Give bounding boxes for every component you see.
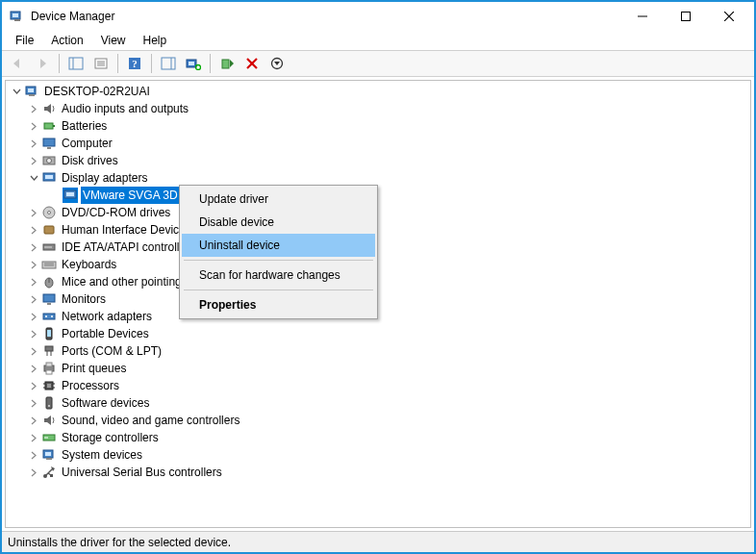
svg-marker-23 (230, 60, 234, 67)
port-icon (41, 343, 57, 359)
disk-icon (41, 153, 57, 168)
network-icon (41, 309, 57, 324)
chevron-right-icon[interactable] (27, 258, 40, 271)
disable-device-button[interactable] (265, 53, 289, 74)
chevron-right-icon[interactable] (27, 414, 40, 427)
tree-label: Batteries (60, 117, 109, 135)
chevron-down-icon[interactable] (27, 171, 40, 185)
update-driver-button[interactable] (215, 53, 239, 74)
tree-dvd[interactable]: DVD/CD-ROM drives (6, 204, 750, 221)
tree-print[interactable]: Print queues (6, 360, 750, 377)
menu-help[interactable]: Help (136, 32, 175, 49)
svg-marker-76 (44, 416, 51, 425)
chevron-right-icon[interactable] (27, 102, 40, 115)
svg-rect-74 (46, 397, 52, 409)
tree-network[interactable]: Network adapters (6, 308, 750, 325)
chevron-right-icon[interactable] (27, 327, 40, 340)
svg-rect-87 (50, 474, 53, 477)
tree-storage[interactable]: Storage controllers (6, 429, 750, 446)
twisty-none (48, 189, 62, 202)
chevron-right-icon[interactable] (27, 137, 40, 150)
tree-label: Sound, video and game controllers (60, 412, 241, 429)
scan-hardware-button[interactable] (182, 53, 205, 74)
tree-label: IDE ATA/ATAPI controllers (60, 239, 197, 256)
svg-marker-7 (13, 59, 19, 68)
chevron-right-icon[interactable] (27, 223, 40, 237)
tree-mice[interactable]: Mice and other pointing devices (6, 273, 750, 290)
minimize-button[interactable] (620, 3, 664, 30)
tree-software[interactable]: Software devices (6, 394, 750, 412)
tree-processors[interactable]: Processors (6, 377, 750, 394)
chevron-right-icon[interactable] (27, 154, 40, 167)
tree-computer[interactable]: Computer (6, 135, 750, 152)
ctx-uninstall-device[interactable]: Uninstall device (182, 234, 375, 257)
ctx-separator (184, 260, 373, 261)
tree-hid[interactable]: Human Interface Devices (6, 221, 750, 239)
svg-rect-61 (47, 330, 51, 337)
status-text: Uninstalls the driver for the selected d… (8, 536, 231, 549)
back-button (6, 53, 29, 74)
tree-ports[interactable]: Ports (COM & LPT) (6, 342, 750, 360)
chevron-right-icon[interactable] (27, 431, 40, 444)
chevron-right-icon[interactable] (27, 206, 40, 219)
ctx-update-driver[interactable]: Update driver (182, 188, 375, 211)
tree-display-adapters[interactable]: Display adapters (6, 169, 750, 187)
ctx-properties[interactable]: Properties (182, 293, 375, 316)
ctx-scan-hardware[interactable]: Scan for hardware changes (182, 264, 375, 287)
chevron-right-icon[interactable] (27, 379, 40, 392)
svg-point-59 (51, 315, 53, 317)
tree-batteries[interactable]: Batteries (6, 117, 750, 135)
chevron-right-icon[interactable] (27, 344, 40, 358)
chevron-right-icon[interactable] (27, 396, 40, 410)
chevron-right-icon[interactable] (27, 119, 40, 133)
svg-rect-4 (681, 13, 690, 21)
menu-view[interactable]: View (93, 32, 134, 49)
menu-file[interactable]: File (8, 32, 41, 49)
monitor-icon (41, 136, 57, 151)
chevron-right-icon[interactable] (27, 275, 40, 289)
usb-icon (41, 465, 57, 480)
tree-label: Human Interface Devices (60, 221, 193, 239)
device-tree-pane[interactable]: DESKTOP-02R2UAI Audio inputs and outputs… (5, 80, 751, 528)
tree-usb[interactable]: Universal Serial Bus controllers (6, 464, 750, 481)
chevron-right-icon[interactable] (27, 362, 40, 375)
tree-display-child[interactable]: VMware SVGA 3D (6, 187, 750, 204)
disc-icon (41, 205, 57, 220)
show-hide-console-tree-button[interactable] (64, 53, 88, 74)
tree-monitors[interactable]: Monitors (6, 290, 750, 308)
tree-ide[interactable]: IDE ATA/ATAPI controllers (6, 239, 750, 256)
close-button[interactable] (707, 3, 750, 30)
sound-icon (41, 413, 57, 428)
chevron-right-icon[interactable] (27, 292, 40, 306)
tree-keyboards[interactable]: Keyboards (6, 256, 750, 273)
storage-controller-icon (41, 430, 57, 445)
svg-rect-22 (222, 60, 229, 68)
tree-label: DVD/CD-ROM drives (60, 204, 172, 221)
chevron-right-icon[interactable] (27, 448, 40, 462)
svg-rect-55 (43, 294, 55, 302)
battery-icon (41, 118, 57, 134)
chevron-right-icon[interactable] (27, 240, 40, 254)
uninstall-device-button[interactable] (240, 53, 264, 74)
svg-rect-66 (46, 363, 52, 366)
properties-button[interactable] (89, 53, 113, 74)
chevron-right-icon[interactable] (27, 310, 40, 323)
tree-label: Portable Devices (60, 325, 151, 342)
maximize-button[interactable] (664, 3, 707, 30)
tree-label: Disk drives (60, 152, 120, 169)
chevron-down-icon[interactable] (10, 85, 23, 98)
tree-sound[interactable]: Sound, video and game controllers (6, 412, 750, 429)
tree-portable[interactable]: Portable Devices (6, 325, 750, 342)
menu-action[interactable]: Action (43, 32, 90, 49)
tree-system[interactable]: System devices (6, 446, 750, 464)
tree-disks[interactable]: Disk drives (6, 152, 750, 169)
help-button[interactable]: ? (123, 53, 146, 74)
cpu-icon (41, 378, 57, 393)
chevron-right-icon[interactable] (27, 466, 40, 479)
action-pane-button[interactable] (157, 53, 180, 74)
tree-audio[interactable]: Audio inputs and outputs (6, 100, 750, 117)
svg-rect-29 (28, 88, 34, 92)
tree-root[interactable]: DESKTOP-02R2UAI (6, 83, 750, 100)
ctx-disable-device[interactable]: Disable device (182, 211, 375, 234)
svg-rect-17 (162, 58, 175, 69)
